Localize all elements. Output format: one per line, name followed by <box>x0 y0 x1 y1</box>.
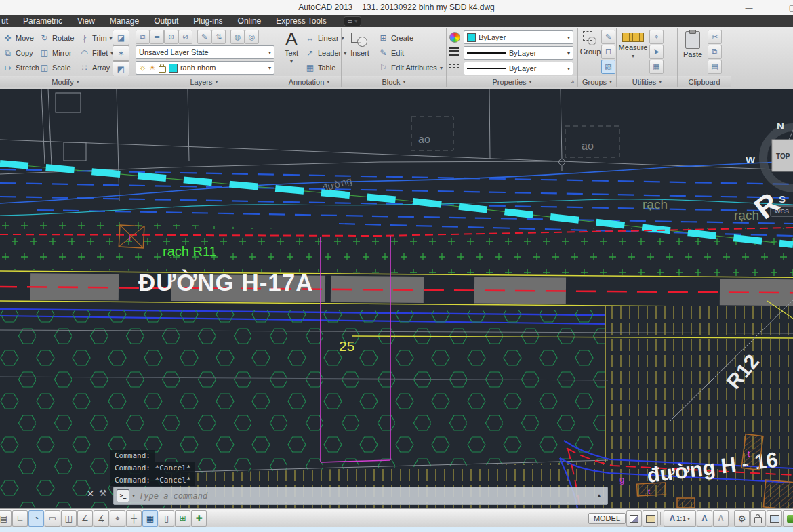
tab-express-tools[interactable]: Express Tools <box>268 15 333 27</box>
fillet-button[interactable]: ◠Fillet▾ <box>79 46 113 60</box>
viewcube-top-label[interactable]: TOP <box>776 152 790 160</box>
layer-tool-6-button[interactable]: ⇅ <box>211 30 226 44</box>
table-button[interactable]: ▦Table <box>305 61 336 75</box>
close-command-icon[interactable]: ✕ <box>87 489 94 499</box>
groups-panel-label[interactable]: Groups▾ <box>578 76 616 87</box>
maximize-button[interactable]: ▢ <box>782 0 793 15</box>
layer-tool-3-button[interactable]: ⊕ <box>164 30 178 44</box>
mirror-button[interactable]: ◫Mirror <box>39 46 72 60</box>
command-input[interactable] <box>138 491 591 502</box>
dynamic-ucs-toggle[interactable]: ⌖ <box>110 510 125 527</box>
paste-button[interactable]: Paste <box>680 31 705 58</box>
cut-button[interactable]: ✂ <box>708 30 722 44</box>
lineweight-display-toggle[interactable]: ▦ <box>142 510 158 527</box>
transparency-toggle[interactable]: ▯ <box>159 510 174 527</box>
chevron-down-icon[interactable]: ▾ <box>132 493 135 499</box>
trim-button[interactable]: ∤Trim▾ <box>79 31 113 45</box>
stretch-button[interactable]: ↦Stretch <box>3 61 39 75</box>
polar-tracking-toggle[interactable]: ◔ <box>28 510 44 527</box>
scale-button[interactable]: ◱Scale <box>39 61 71 75</box>
ortho-toggle[interactable]: ∟ <box>12 510 28 527</box>
command-history-up-icon[interactable]: ▲ <box>594 489 605 502</box>
hardware-acceleration-button[interactable] <box>767 510 782 527</box>
create-block-button[interactable]: ⊞Create <box>378 31 413 45</box>
snap-mode-toggle[interactable]: ▭ <box>45 510 60 527</box>
quick-view-layouts-button[interactable] <box>626 510 642 527</box>
tab-plugins[interactable]: Plug-ins <box>186 15 230 27</box>
layer-tool-8-button[interactable]: ◎ <box>245 30 259 44</box>
house-g-label[interactable]: g <box>619 474 624 485</box>
layer-tool-2-button[interactable]: ≣ <box>150 30 164 44</box>
linetype-dropdown[interactable]: ByLayer ▾ <box>464 62 573 75</box>
properties-panel-label[interactable]: Properties▾ » <box>447 76 577 87</box>
tab-parametric[interactable]: Parametric <box>16 15 70 27</box>
quick-calculator-button[interactable]: ▦ <box>649 60 664 74</box>
quick-select-button[interactable]: ➤ <box>649 45 664 59</box>
layers-panel-label[interactable]: Layers▾ <box>131 76 277 87</box>
wrench-customize-icon[interactable]: ⚒ <box>99 488 107 498</box>
layer-tool-1-button[interactable]: ⧉ <box>136 30 150 44</box>
block-panel-label[interactable]: Block▾ <box>342 76 446 87</box>
minimize-button[interactable]: — <box>739 0 759 15</box>
selection-cycling-toggle[interactable]: ✚ <box>191 510 207 527</box>
group-selection-toggle[interactable]: ▧ <box>601 60 615 74</box>
copy-clip-button[interactable]: ⧉ <box>708 45 722 59</box>
text-button[interactable]: A Text ▾ <box>280 30 303 64</box>
layer-tool-4-button[interactable]: ⊘ <box>178 30 192 44</box>
angle-snap-toggle[interactable]: ∠ <box>77 510 93 527</box>
command-input-bar[interactable]: >_ ▾ ▲ <box>113 487 608 505</box>
annotation-panel-label[interactable]: Annotation▾ <box>277 76 341 87</box>
toolbar-lock-button[interactable] <box>750 510 766 527</box>
quick-view-drawings-button[interactable] <box>643 510 658 527</box>
ungroup-button[interactable]: ✎ <box>601 30 615 44</box>
infer-constraints-toggle[interactable]: ▤ <box>0 510 12 527</box>
move-button[interactable]: ✜Move <box>3 31 34 45</box>
autoscale-button[interactable]: Λ <box>713 510 729 527</box>
viewcube-north[interactable]: N <box>777 120 784 131</box>
layer-tool-7-button[interactable]: ◍ <box>230 30 245 44</box>
media-button[interactable]: ▭ ▾ <box>344 16 362 26</box>
group-button[interactable]: Group <box>580 31 601 56</box>
pond-label[interactable]: ao <box>418 134 430 145</box>
edit-attributes-button[interactable]: ⚐Edit Attributes▾ <box>378 61 443 75</box>
viewcube-south[interactable]: S <box>779 193 786 205</box>
insert-block-button[interactable]: Insert <box>344 31 375 57</box>
rotate-button[interactable]: ↻Rotate <box>39 31 74 45</box>
edit-block-button[interactable]: ✎Edit <box>378 46 404 60</box>
workspace-switching-button[interactable]: ⚙ <box>734 510 750 527</box>
tab-output[interactable]: Output <box>146 15 186 27</box>
array-button[interactable]: ∷Array▾ <box>79 61 115 75</box>
road-h17a-label[interactable]: ĐƯỜNG H-17A <box>138 269 314 295</box>
tab-manage[interactable]: Manage <box>102 15 146 27</box>
object-snap-tracking-toggle[interactable]: ∡ <box>94 510 109 527</box>
linetype-icon[interactable] <box>449 62 459 70</box>
creek-label[interactable]: rạch <box>734 208 759 222</box>
layer-dropdown[interactable]: ☼ ☀ ranh nhom ▾ <box>136 61 274 75</box>
erase-button[interactable]: ◪ <box>113 30 129 45</box>
annotation-scale-button[interactable]: Λ 1:1 ▾ <box>664 510 696 527</box>
linear-dimension-button[interactable]: ↔Linear▾ <box>305 31 344 45</box>
lot-number-label[interactable]: 25 <box>339 338 354 354</box>
creek-label[interactable]: rạch <box>643 197 668 211</box>
clean-screen-button[interactable] <box>783 510 793 527</box>
lineweight-icon[interactable] <box>449 47 459 56</box>
tab-layout[interactable]: ut <box>0 15 16 27</box>
utilities-panel-label[interactable]: Utilities▾ <box>617 76 677 87</box>
tab-view[interactable]: View <box>70 15 102 27</box>
object-color-dropdown[interactable]: ByLayer ▾ <box>464 30 573 44</box>
tab-online[interactable]: Online <box>230 15 269 27</box>
color-wheel-icon[interactable] <box>449 32 460 43</box>
measure-button[interactable]: Measure ▾ <box>619 33 647 59</box>
layer-tool-5-button[interactable]: ✎ <box>197 30 211 44</box>
slice-button[interactable]: ◩ <box>113 61 129 77</box>
object-snap-toggle[interactable]: ◫ <box>61 510 77 527</box>
annotation-visibility-button[interactable]: Λ <box>697 510 712 527</box>
copy-button[interactable]: ⧉Copy <box>3 46 33 60</box>
dialog-launcher-icon[interactable]: » <box>569 78 577 85</box>
drawing-canvas[interactable]: ao ao đường rạch rạch t rạch R11 <box>0 89 793 508</box>
creek-r11-label[interactable]: rạch R11 <box>163 244 217 259</box>
quick-properties-toggle[interactable]: ⊞ <box>175 510 190 527</box>
modify-panel-label[interactable]: Modify▾ <box>0 76 131 87</box>
house-t-label[interactable]: t <box>648 487 650 495</box>
model-space-button[interactable]: MODEL <box>588 513 626 524</box>
